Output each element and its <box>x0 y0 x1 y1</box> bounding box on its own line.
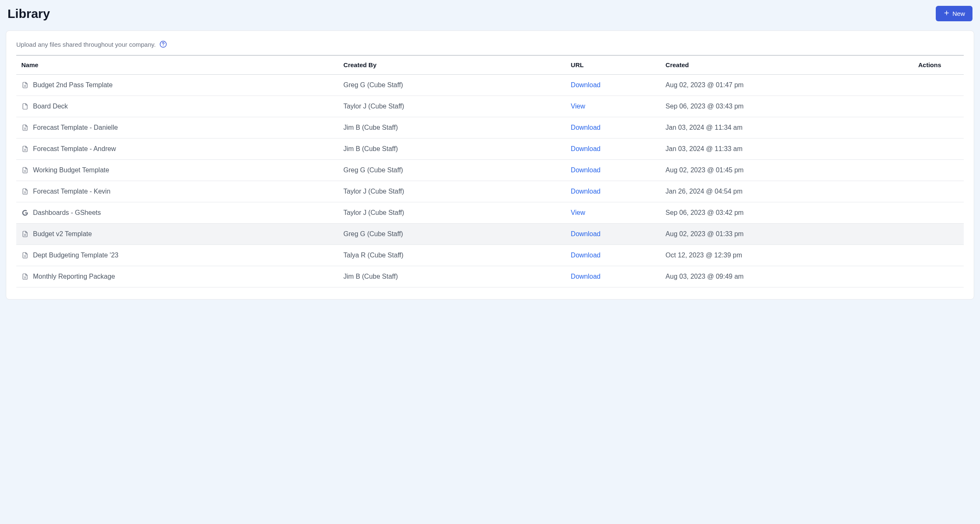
created-cell: Aug 03, 2023 @ 09:49 am <box>661 266 850 287</box>
url-link[interactable]: Download <box>571 252 601 259</box>
file-name: Working Budget Template <box>33 166 109 174</box>
created-by-cell: Jim B (Cube Staff) <box>338 117 566 139</box>
header-name[interactable]: Name <box>16 55 338 75</box>
name-cell: Working Budget Template <box>21 166 333 174</box>
created-by-cell: Jim B (Cube Staff) <box>338 139 566 160</box>
actions-cell <box>850 96 964 117</box>
page-title: Library <box>8 7 50 21</box>
created-by-cell: Taylor J (Cube Staff) <box>338 96 566 117</box>
excel-file-icon <box>21 145 29 153</box>
file-name: Dashboards - GSheets <box>33 209 101 217</box>
header-created[interactable]: Created <box>661 55 850 75</box>
excel-file-icon <box>21 81 29 89</box>
url-link[interactable]: Download <box>571 188 601 195</box>
name-cell: Board Deck <box>21 103 333 110</box>
created-cell: Jan 03, 2024 @ 11:34 am <box>661 117 850 139</box>
actions-cell <box>850 181 964 202</box>
table-row[interactable]: Dept Budgeting Template '23Talya R (Cube… <box>16 245 964 266</box>
created-by-cell: Talya R (Cube Staff) <box>338 245 566 266</box>
actions-cell <box>850 75 964 96</box>
url-link[interactable]: Download <box>571 124 601 131</box>
name-cell: Budget 2nd Pass Template <box>21 81 333 89</box>
table-row[interactable]: Forecast Template - DanielleJim B (Cube … <box>16 117 964 139</box>
excel-file-icon <box>21 230 29 238</box>
page-header: Library New <box>6 6 974 21</box>
file-name: Dept Budgeting Template '23 <box>33 252 119 259</box>
actions-cell <box>850 224 964 245</box>
table-row[interactable]: Budget 2nd Pass TemplateGreg G (Cube Sta… <box>16 75 964 96</box>
header-actions: Actions <box>850 55 964 75</box>
excel-file-icon <box>21 166 29 174</box>
excel-file-icon <box>21 124 29 131</box>
name-cell: Dept Budgeting Template '23 <box>21 252 333 259</box>
files-table: Name Created By URL Created Actions Budg… <box>16 55 964 287</box>
file-name: Forecast Template - Kevin <box>33 188 111 195</box>
name-cell: Forecast Template - Danielle <box>21 124 333 131</box>
library-card: Upload any files shared throughout your … <box>6 30 974 300</box>
created-cell: Oct 12, 2023 @ 12:39 pm <box>661 245 850 266</box>
created-cell: Aug 02, 2023 @ 01:45 pm <box>661 160 850 181</box>
url-link[interactable]: Download <box>571 230 601 237</box>
svg-point-1 <box>163 45 164 46</box>
created-cell: Jan 26, 2024 @ 04:54 pm <box>661 181 850 202</box>
file-name: Budget 2nd Pass Template <box>33 81 113 89</box>
file-name: Forecast Template - Danielle <box>33 124 118 131</box>
table-row[interactable]: Board DeckTaylor J (Cube Staff)ViewSep 0… <box>16 96 964 117</box>
url-link[interactable]: Download <box>571 166 601 174</box>
name-cell: Monthly Reporting Package <box>21 273 333 280</box>
created-by-cell: Taylor J (Cube Staff) <box>338 202 566 224</box>
created-by-cell: Greg G (Cube Staff) <box>338 160 566 181</box>
created-cell: Sep 06, 2023 @ 03:43 pm <box>661 96 850 117</box>
name-cell: Budget v2 Template <box>21 230 333 238</box>
excel-file-icon <box>21 188 29 195</box>
file-name: Board Deck <box>33 103 68 110</box>
created-by-cell: Greg G (Cube Staff) <box>338 224 566 245</box>
description-text: Upload any files shared throughout your … <box>16 41 156 48</box>
actions-cell <box>850 266 964 287</box>
help-icon[interactable] <box>159 40 167 48</box>
file-name: Budget v2 Template <box>33 230 92 238</box>
table-row[interactable]: Forecast Template - AndrewJim B (Cube St… <box>16 139 964 160</box>
name-cell: Forecast Template - Andrew <box>21 145 333 153</box>
url-link[interactable]: Download <box>571 273 601 280</box>
table-row[interactable]: Forecast Template - KevinTaylor J (Cube … <box>16 181 964 202</box>
url-link[interactable]: View <box>571 209 585 216</box>
actions-cell <box>850 160 964 181</box>
doc-file-icon <box>21 103 29 110</box>
name-cell: Forecast Template - Kevin <box>21 188 333 195</box>
created-by-cell: Taylor J (Cube Staff) <box>338 181 566 202</box>
google-file-icon <box>21 209 29 217</box>
url-link[interactable]: Download <box>571 145 601 152</box>
table-row[interactable]: Dashboards - GSheetsTaylor J (Cube Staff… <box>16 202 964 224</box>
file-name: Forecast Template - Andrew <box>33 145 116 153</box>
header-created-by[interactable]: Created By <box>338 55 566 75</box>
new-button[interactable]: New <box>936 6 972 21</box>
actions-cell <box>850 202 964 224</box>
actions-cell <box>850 139 964 160</box>
created-cell: Jan 03, 2024 @ 11:33 am <box>661 139 850 160</box>
new-button-label: New <box>952 10 965 17</box>
file-name: Monthly Reporting Package <box>33 273 115 280</box>
header-url[interactable]: URL <box>566 55 661 75</box>
url-link[interactable]: View <box>571 103 585 110</box>
description-row: Upload any files shared throughout your … <box>16 40 964 55</box>
plus-icon <box>943 10 950 18</box>
created-cell: Aug 02, 2023 @ 01:47 pm <box>661 75 850 96</box>
actions-cell <box>850 245 964 266</box>
created-by-cell: Jim B (Cube Staff) <box>338 266 566 287</box>
url-link[interactable]: Download <box>571 81 601 88</box>
created-by-cell: Greg G (Cube Staff) <box>338 75 566 96</box>
excel-file-icon <box>21 273 29 280</box>
table-row[interactable]: Working Budget TemplateGreg G (Cube Staf… <box>16 160 964 181</box>
table-row[interactable]: Monthly Reporting PackageJim B (Cube Sta… <box>16 266 964 287</box>
created-cell: Aug 02, 2023 @ 01:33 pm <box>661 224 850 245</box>
actions-cell <box>850 117 964 139</box>
name-cell: Dashboards - GSheets <box>21 209 333 217</box>
excel-file-icon <box>21 252 29 259</box>
table-row[interactable]: Budget v2 TemplateGreg G (Cube Staff)Dow… <box>16 224 964 245</box>
created-cell: Sep 06, 2023 @ 03:42 pm <box>661 202 850 224</box>
